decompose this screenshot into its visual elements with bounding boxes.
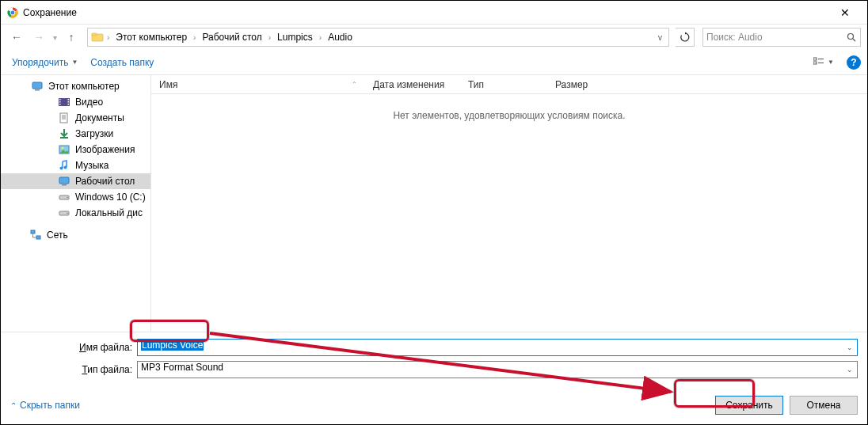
- video-icon: [58, 96, 70, 108]
- tree-item-downloads[interactable]: Загрузки: [1, 126, 150, 142]
- titlebar: Сохранение ✕: [1, 1, 867, 25]
- close-icon[interactable]: ✕: [829, 2, 861, 24]
- new-folder-button[interactable]: Создать папку: [86, 54, 158, 71]
- tree-item-documents[interactable]: Документы: [1, 110, 150, 126]
- toolbar: Упорядочить ▼ Создать папку ▼ ?: [1, 50, 867, 75]
- svg-line-5: [853, 39, 855, 41]
- svg-point-4: [848, 33, 854, 39]
- hide-folders-toggle[interactable]: ⌃ Скрыть папки: [10, 400, 80, 411]
- downloads-icon: [58, 127, 70, 140]
- filename-dropdown-icon[interactable]: ⌄: [843, 340, 857, 355]
- filename-row: Имя файла: Lumpics Voice ⌄: [10, 339, 858, 356]
- organize-menu[interactable]: Упорядочить ▼: [7, 54, 82, 71]
- music-icon: [58, 159, 70, 172]
- drive-icon: [58, 191, 70, 203]
- help-button[interactable]: ?: [847, 55, 861, 70]
- svg-rect-29: [62, 184, 67, 186]
- tree-item-drive-c[interactable]: Windows 10 (C:): [1, 189, 150, 205]
- sort-asc-icon: ⌃: [352, 81, 357, 88]
- svg-rect-7: [813, 62, 817, 64]
- drive-icon: [58, 207, 70, 219]
- breadcrumb-lumpics[interactable]: Lumpics: [274, 30, 316, 44]
- chevron-up-icon: ⌃: [10, 401, 17, 410]
- column-headers: Имя ⌃ Дата изменения Тип Размер: [151, 75, 867, 94]
- svg-rect-28: [59, 177, 69, 184]
- chevron-right-icon[interactable]: ›: [105, 33, 111, 42]
- address-bar[interactable]: › Этот компьютер › Рабочий стол › Lumpic…: [87, 28, 669, 47]
- main-area: Этот компьютер Видео Документы Загрузки: [1, 75, 867, 332]
- tree-item-video[interactable]: Видео: [1, 94, 150, 110]
- breadcrumb-desktop[interactable]: Рабочий стол: [199, 30, 265, 44]
- column-size[interactable]: Размер: [547, 79, 626, 90]
- svg-rect-17: [68, 101, 70, 103]
- svg-rect-3: [92, 33, 97, 36]
- svg-point-31: [67, 197, 68, 199]
- cancel-button[interactable]: Отмена: [790, 396, 858, 415]
- network-icon: [29, 229, 42, 241]
- save-dialog-window: Сохранение ✕ ← → ▾ ↑ › Этот компьютер › …: [0, 0, 868, 425]
- desktop-icon: [58, 175, 70, 188]
- empty-message: Нет элементов, удовлетворяющих условиям …: [151, 94, 867, 137]
- chevron-right-icon[interactable]: ›: [192, 33, 197, 42]
- navigation-tree[interactable]: Этот компьютер Видео Документы Загрузки: [1, 75, 151, 332]
- refresh-button[interactable]: [676, 28, 695, 47]
- svg-point-33: [67, 213, 68, 214]
- tree-item-pictures[interactable]: Изображения: [1, 142, 150, 157]
- file-list: Имя ⌃ Дата изменения Тип Размер Нет элем…: [151, 75, 867, 332]
- tree-item-music[interactable]: Музыка: [1, 157, 150, 173]
- svg-rect-14: [59, 101, 61, 103]
- svg-rect-19: [60, 113, 67, 123]
- forward-button[interactable]: →: [29, 28, 48, 47]
- documents-icon: [58, 112, 70, 124]
- svg-point-1: [10, 10, 15, 15]
- pictures-icon: [58, 143, 70, 156]
- address-dropdown-icon[interactable]: v: [655, 33, 665, 42]
- svg-rect-34: [31, 230, 35, 233]
- svg-rect-13: [59, 99, 61, 101]
- chevron-right-icon[interactable]: ›: [267, 33, 272, 42]
- column-name[interactable]: Имя ⌃: [151, 79, 365, 90]
- svg-point-27: [64, 166, 67, 169]
- chevron-right-icon[interactable]: ›: [318, 33, 323, 42]
- save-button[interactable]: Сохранить: [715, 396, 783, 415]
- chevron-down-icon: ▼: [71, 59, 78, 66]
- computer-icon: [31, 80, 44, 93]
- view-options-button[interactable]: ▼: [810, 54, 837, 71]
- footer: ⌃ Скрыть папки Сохранить Отмена: [1, 389, 867, 424]
- history-dropdown-icon[interactable]: ▾: [53, 33, 57, 42]
- tree-item-desktop[interactable]: Рабочий стол: [1, 173, 150, 189]
- search-placeholder: Поиск: Audio: [706, 32, 847, 43]
- chrome-icon: [7, 7, 18, 18]
- fields-panel: Имя файла: Lumpics Voice ⌄ Тип файла: MP…: [1, 332, 867, 389]
- svg-point-25: [62, 147, 64, 150]
- filetype-row: Тип файла: MP3 Format Sound ⌄: [10, 361, 858, 378]
- up-button[interactable]: ↑: [62, 28, 81, 47]
- tree-item-drive-local[interactable]: Локальный дис: [1, 205, 150, 221]
- filetype-select[interactable]: MP3 Format Sound: [137, 361, 858, 378]
- search-input[interactable]: Поиск: Audio: [702, 28, 861, 47]
- svg-rect-11: [35, 89, 40, 91]
- svg-rect-6: [813, 58, 817, 60]
- filetype-dropdown-icon[interactable]: ⌄: [843, 362, 857, 378]
- tree-item-network[interactable]: Сеть: [1, 227, 150, 243]
- tree-item-this-pc[interactable]: Этот компьютер: [1, 78, 150, 94]
- breadcrumb-audio[interactable]: Audio: [325, 30, 356, 44]
- svg-rect-18: [68, 104, 70, 105]
- navbar: ← → ▾ ↑ › Этот компьютер › Рабочий стол …: [1, 25, 867, 50]
- filename-label: Имя файла:: [10, 342, 137, 353]
- svg-rect-10: [32, 82, 42, 89]
- svg-point-26: [60, 167, 63, 170]
- search-icon: [847, 32, 857, 43]
- filetype-label: Тип файла:: [10, 364, 137, 375]
- filename-input[interactable]: Lumpics Voice: [137, 339, 858, 356]
- svg-rect-15: [59, 104, 61, 105]
- back-button[interactable]: ←: [7, 28, 26, 47]
- breadcrumb-this-pc[interactable]: Этот компьютер: [112, 30, 190, 44]
- column-type[interactable]: Тип: [460, 79, 547, 90]
- svg-rect-35: [36, 236, 40, 239]
- folder-icon: [91, 31, 104, 44]
- column-date[interactable]: Дата изменения: [365, 79, 460, 90]
- window-title: Сохранение: [23, 7, 829, 18]
- svg-rect-16: [68, 99, 70, 101]
